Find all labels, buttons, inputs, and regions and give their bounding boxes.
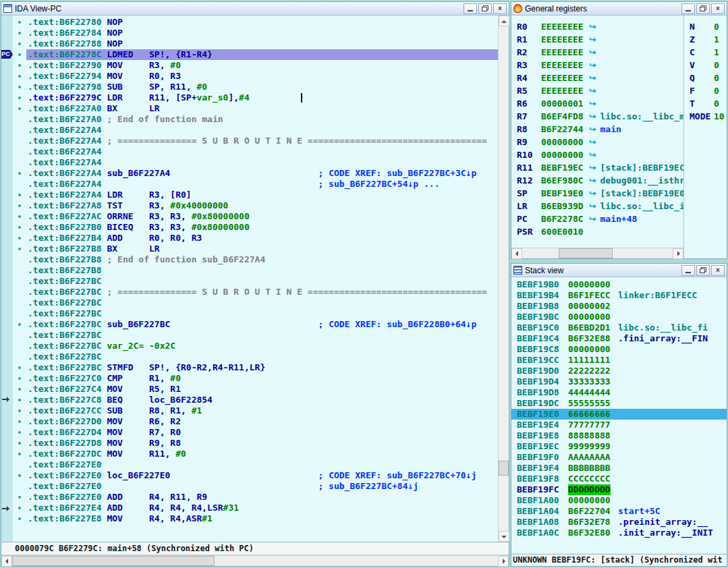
disasm-line[interactable]: .text:B6F227B8 ; End of function sub_B6F… (13, 254, 498, 265)
scroll-down-button[interactable] (499, 531, 509, 542)
follow-arrow-icon[interactable]: ↪ (589, 150, 596, 160)
stack-row[interactable]: BEBF19C4B6F32E88.fini_array:__FIN (511, 333, 727, 344)
disasm-line[interactable]: .text:B6F227A4 sub_B6F227A4 ; CODE XREF:… (13, 168, 498, 179)
register-row[interactable]: R1EEEEEEEE↪ (517, 33, 683, 46)
disasm-line[interactable]: .text:B6F227C0 CMP R1, #0 (13, 373, 498, 384)
register-row[interactable]: PSR600E0010 (517, 225, 683, 238)
disasm-line[interactable]: .text:B6F227BC (13, 297, 498, 308)
registers-titlebar[interactable]: General registers × (511, 2, 727, 16)
disasm-line[interactable]: .text:B6F227BC (13, 351, 498, 362)
disasm-line[interactable]: .text:B6F227E0 ADD R4, R11, R9 (13, 492, 498, 503)
follow-arrow-icon[interactable]: ↪ (589, 73, 596, 83)
follow-arrow-icon[interactable]: ↪ (589, 137, 596, 147)
stack-row[interactable]: BEBF19DC55555555 (511, 398, 727, 409)
disasm-line[interactable]: .text:B6F227BC (13, 308, 498, 319)
disasm-line[interactable]: .text:B6F227A4 ; sub_B6F227BC+54↓p ... (13, 179, 498, 190)
minimize-button[interactable] (681, 265, 695, 276)
disasm-line[interactable]: .text:B6F22794 MOV R0, R3 (13, 71, 498, 82)
minimize-button[interactable] (681, 3, 695, 14)
flag-row[interactable]: Q0 (690, 72, 727, 84)
disasm-line[interactable]: .text:B6F227B8 (13, 265, 498, 276)
scroll-up-button[interactable] (499, 16, 509, 26)
register-row[interactable]: R12B6EF980C↪debug001:__isthre (517, 174, 683, 187)
disasm-line[interactable]: .text:B6F227D0 MOV R6, R2 (13, 416, 498, 427)
stack-row[interactable]: BEBF1A0000000000 (511, 495, 727, 506)
disasm-line[interactable]: .text:B6F227A4 (13, 125, 498, 136)
follow-arrow-icon[interactable]: ↪ (589, 188, 596, 198)
disasm-line[interactable]: .text:B6F227C8 BEQ loc_B6F22854 (13, 395, 498, 405)
stack-row[interactable]: BEBF19CC11111111 (511, 355, 727, 366)
register-row[interactable]: R5EEEEEEEE↪ (517, 84, 683, 97)
minimize-button[interactable] (464, 3, 477, 14)
follow-arrow-icon[interactable]: ↪ (589, 175, 596, 186)
disasm-line[interactable]: .text:B6F227A4 (13, 146, 498, 157)
stack-row[interactable]: BEBF19D022222222 (511, 366, 727, 376)
flag-row[interactable]: N0 (690, 20, 727, 33)
follow-arrow-icon[interactable]: ↪ (589, 60, 596, 70)
stack-row[interactable]: BEBF19EC99999999 (511, 441, 727, 452)
scroll-right-button[interactable] (498, 556, 509, 567)
scroll-right-button[interactable] (673, 248, 683, 259)
register-row[interactable]: R0EEEEEEEE↪ (517, 20, 683, 33)
follow-arrow-icon[interactable]: ↪ (589, 86, 596, 96)
disasm-line[interactable]: .text:B6F227E0 loc_B6F227E0 ; CODE XREF:… (13, 470, 498, 481)
follow-arrow-icon[interactable]: ↪ (589, 34, 596, 45)
disasm-line[interactable]: .text:B6F227E8 MOV R4, R4,ASR#1 (13, 513, 498, 524)
stack-row[interactable]: BEBF19C800000000 (511, 344, 727, 355)
ida-view-titlebar[interactable]: IDA View-PC × (1, 2, 509, 16)
disasm-line[interactable]: .text:B6F22780 NOP (13, 17, 498, 28)
disasm-line[interactable]: .text:B6F227AC ORRNE R3, R3, #0x80000000 (13, 211, 498, 222)
restore-button[interactable] (478, 3, 492, 14)
disasm-line[interactable]: .text:B6F227E0 ; sub_B6F227BC+84↓j (13, 481, 498, 492)
stack-row[interactable]: BEBF19B000000000 (511, 279, 727, 290)
follow-arrow-icon[interactable]: ↪ (589, 111, 596, 121)
disasm-line[interactable]: .text:B6F227C4 MOV R5, R1 (13, 384, 498, 395)
stack-row[interactable]: BEBF19C0B6EBD2D1libc.so:__libc_fi (511, 322, 727, 333)
register-row[interactable]: R8B6F22744↪main (517, 123, 683, 136)
registers-scrollbar-thumb[interactable] (559, 248, 613, 258)
vertical-scrollbar-thumb[interactable] (499, 461, 509, 476)
register-row[interactable]: R11BEBF19EC↪[stack]:BEBF19EC (517, 161, 683, 174)
flag-row[interactable]: F0 (690, 84, 727, 97)
horizontal-scrollbar-thumb[interactable] (12, 556, 215, 566)
scroll-left-button[interactable] (511, 248, 522, 259)
stack-row[interactable]: BEBF19BC00000000 (511, 312, 727, 322)
follow-arrow-icon[interactable]: ↪ (589, 47, 596, 57)
disasm-line[interactable]: .text:B6F227B0 BICEQ R3, R3, #0x80000000 (13, 222, 498, 233)
disasm-line[interactable]: .text:B6F227BC sub_B6F227BC ; CODE XREF:… (13, 319, 498, 330)
flag-row[interactable]: T0 (690, 97, 727, 110)
stack-titlebar[interactable]: Stack view × (511, 264, 727, 277)
follow-arrow-icon[interactable]: ↪ (589, 98, 596, 109)
disasm-line[interactable]: .text:B6F227BC STMFD SP!, {R0-R2,R4-R11,… (13, 362, 498, 373)
disasm-line[interactable]: .text:B6F227BC var_2C= -0x2C (13, 341, 498, 351)
disasm-line[interactable]: .text:B6F227A0 BX LR (13, 103, 498, 114)
disasm-line[interactable]: .text:B6F2279C LDR R11, [SP+var_s0],#4 (13, 92, 498, 103)
stack-row[interactable]: BEBF19F0AAAAAAAA (511, 452, 727, 463)
disasm-line[interactable]: .text:B6F227D8 MOV R9, R8 (13, 438, 498, 449)
disasm-line[interactable]: .text:B6F227CC SUB R8, R1, #1 (13, 405, 498, 416)
register-row[interactable]: R2EEEEEEEE↪ (517, 46, 683, 59)
follow-arrow-icon[interactable]: ↪ (589, 163, 596, 173)
stack-row[interactable]: BEBF19D433333333 (511, 376, 727, 387)
disasm-line[interactable]: .text:B6F227A4 LDR R3, [R0] (13, 190, 498, 200)
register-row[interactable]: R600000001↪ (517, 97, 683, 110)
disasm-line[interactable]: .text:B6F22790 MOV R3, #0 (13, 60, 498, 71)
disasm-line[interactable]: .text:B6F227BC ; =============== S U B R… (13, 287, 498, 297)
disasm-line[interactable]: .text:B6F22788 NOP (13, 38, 498, 49)
disassembly-listing[interactable]: .text:B6F22780 NOP.text:B6F22784 NOP.tex… (13, 16, 498, 542)
register-row[interactable]: LRB6EB939D↪libc.so:__libc_in (517, 200, 683, 212)
stack-row[interactable]: BEBF19F8CCCCCCCC (511, 474, 727, 484)
register-row[interactable]: R1000000000↪ (517, 148, 683, 161)
horizontal-scrollbar[interactable] (1, 555, 509, 566)
stack-row[interactable]: BEBF19E888888888 (511, 430, 727, 441)
disasm-line[interactable]: .text:B6F227BC (13, 276, 498, 287)
disasm-line[interactable]: .text:B6F2278C LDMED SP!, {R1-R4} (13, 49, 498, 60)
vertical-scrollbar[interactable] (498, 16, 509, 542)
disasm-line[interactable]: .text:B6F22798 SUB SP, R11, #0 (13, 82, 498, 92)
stack-row[interactable]: BEBF19E477777777 (511, 420, 727, 430)
close-button[interactable]: × (711, 3, 725, 14)
disasm-line[interactable]: .text:B6F227A8 TST R3, #0x40000000 (13, 200, 498, 211)
register-row[interactable]: R7B6EF4FD8↪libc.so:__libc_ma (517, 110, 683, 123)
close-button[interactable]: × (493, 3, 507, 14)
flag-row[interactable]: Z1 (690, 33, 727, 46)
